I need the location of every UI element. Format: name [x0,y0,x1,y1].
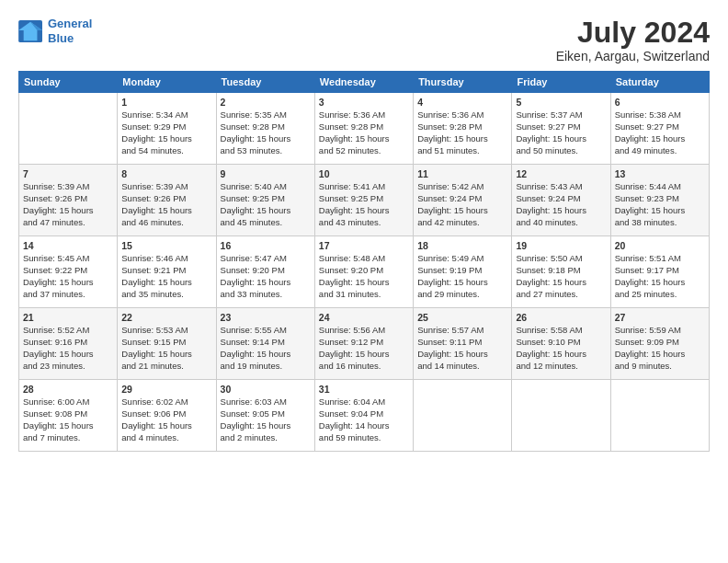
day-info: Daylight: 15 hours [23,277,113,289]
day-info: Sunset: 9:16 PM [23,337,113,349]
day-number-13: 13 [615,167,705,180]
day-info: Daylight: 15 hours [121,277,211,289]
day-info: and 59 minutes. [319,432,409,444]
day-info: and 12 minutes. [516,361,606,373]
day-info: Sunrise: 5:43 AM [516,181,606,193]
day-info: Sunset: 9:20 PM [221,265,311,277]
day-info: Daylight: 15 hours [221,277,311,289]
day-info: Sunrise: 6:04 AM [319,396,409,408]
day-number-17: 17 [319,239,409,252]
col-header-monday: Monday [118,72,216,93]
day-info: and 50 minutes. [516,145,606,157]
logo-icon [18,20,44,42]
day-info: and 7 minutes. [23,432,113,444]
day-info: Sunset: 9:18 PM [516,265,606,277]
day-cell-22: 22Sunrise: 5:53 AMSunset: 9:15 PMDayligh… [118,308,216,380]
day-info: and 47 minutes. [23,217,113,229]
day-number-21: 21 [23,311,113,324]
day-info: Sunrise: 5:55 AM [221,325,311,337]
day-info: and 25 minutes. [615,289,705,301]
day-info: Sunrise: 5:49 AM [417,253,507,265]
col-header-saturday: Saturday [610,72,709,93]
day-number-7: 7 [23,167,113,180]
day-cell-31: 31Sunrise: 6:04 AMSunset: 9:04 PMDayligh… [314,380,413,452]
day-info: Sunset: 9:06 PM [121,408,211,420]
day-number-1: 1 [121,96,211,109]
day-info: Sunrise: 5:44 AM [615,181,705,193]
day-cell-11: 11Sunrise: 5:42 AMSunset: 9:24 PMDayligh… [414,165,512,236]
day-info: Sunset: 9:28 PM [221,121,311,133]
day-number-19: 19 [516,239,606,252]
day-number-3: 3 [319,96,409,109]
day-info: Daylight: 15 hours [221,133,311,145]
day-info: Sunset: 9:17 PM [615,265,705,277]
day-info: Sunset: 9:25 PM [319,193,409,205]
day-info: Daylight: 15 hours [417,277,507,289]
day-info: Daylight: 15 hours [221,205,311,217]
day-cell-4: 4Sunrise: 5:36 AMSunset: 9:28 PMDaylight… [414,93,512,165]
day-cell-18: 18Sunrise: 5:49 AMSunset: 9:19 PMDayligh… [414,236,512,308]
day-cell-19: 19Sunrise: 5:50 AMSunset: 9:18 PMDayligh… [512,236,610,308]
day-info: and 9 minutes. [615,361,705,373]
day-number-15: 15 [121,239,211,252]
day-info: Sunrise: 5:36 AM [319,109,409,121]
day-info: and 23 minutes. [23,361,113,373]
calendar-table: SundayMondayTuesdayWednesdayThursdayFrid… [18,71,710,452]
day-info: Sunrise: 5:41 AM [319,181,409,193]
day-info: Daylight: 15 hours [615,349,705,361]
day-number-5: 5 [516,96,606,109]
day-info: Daylight: 15 hours [319,277,409,289]
header: General Blue July 2024 Eiken, Aargau, Sw… [18,17,710,63]
day-cell-21: 21Sunrise: 5:52 AMSunset: 9:16 PMDayligh… [19,308,118,380]
day-number-22: 22 [121,311,211,324]
logo-general: General [48,17,92,30]
day-info: Daylight: 15 hours [23,349,113,361]
main-title: July 2024 [556,17,710,49]
day-info: Sunrise: 5:46 AM [121,253,211,265]
day-info: Sunset: 9:19 PM [417,265,507,277]
day-cell-15: 15Sunrise: 5:46 AMSunset: 9:21 PMDayligh… [118,236,216,308]
day-info: and 53 minutes. [221,145,311,157]
day-info: Sunset: 9:26 PM [121,193,211,205]
day-info: Sunset: 9:05 PM [221,408,311,420]
day-info: Sunrise: 5:36 AM [417,109,507,121]
day-info: Sunset: 9:12 PM [319,337,409,349]
day-info: Sunset: 9:22 PM [23,265,113,277]
col-header-sunday: Sunday [19,72,118,93]
day-info: and 21 minutes. [121,361,211,373]
logo: General Blue [18,17,92,45]
title-block: July 2024 Eiken, Aargau, Switzerland [556,17,710,63]
day-info: Daylight: 15 hours [516,277,606,289]
day-number-29: 29 [121,383,211,396]
day-info: Sunset: 9:27 PM [516,121,606,133]
empty-cell [512,380,610,452]
day-cell-9: 9Sunrise: 5:40 AMSunset: 9:25 PMDaylight… [216,165,314,236]
day-number-16: 16 [221,239,311,252]
day-cell-20: 20Sunrise: 5:51 AMSunset: 9:17 PMDayligh… [610,236,709,308]
day-info: Sunset: 9:26 PM [23,193,113,205]
header-row: SundayMondayTuesdayWednesdayThursdayFrid… [19,72,710,93]
day-info: and 43 minutes. [319,217,409,229]
day-info: Daylight: 15 hours [221,420,311,432]
day-info: Daylight: 15 hours [516,205,606,217]
day-info: and 2 minutes. [221,432,311,444]
day-info: Sunset: 9:08 PM [23,408,113,420]
day-info: Sunrise: 5:37 AM [516,109,606,121]
day-info: Sunrise: 5:53 AM [121,325,211,337]
day-info: Sunset: 9:23 PM [615,193,705,205]
day-info: Sunset: 9:28 PM [417,121,507,133]
day-info: and 52 minutes. [319,145,409,157]
day-number-31: 31 [319,383,409,396]
day-info: Daylight: 15 hours [23,420,113,432]
day-cell-10: 10Sunrise: 5:41 AMSunset: 9:25 PMDayligh… [314,165,413,236]
day-info: Daylight: 15 hours [615,205,705,217]
day-info: and 49 minutes. [615,145,705,157]
day-number-12: 12 [516,167,606,180]
day-info: Sunset: 9:27 PM [615,121,705,133]
day-info: Sunrise: 5:58 AM [516,325,606,337]
day-number-11: 11 [417,167,507,180]
empty-cell [610,380,709,452]
day-info: Sunrise: 5:50 AM [516,253,606,265]
week-row-2: 7Sunrise: 5:39 AMSunset: 9:26 PMDaylight… [19,165,710,236]
day-info: Sunrise: 5:56 AM [319,325,409,337]
